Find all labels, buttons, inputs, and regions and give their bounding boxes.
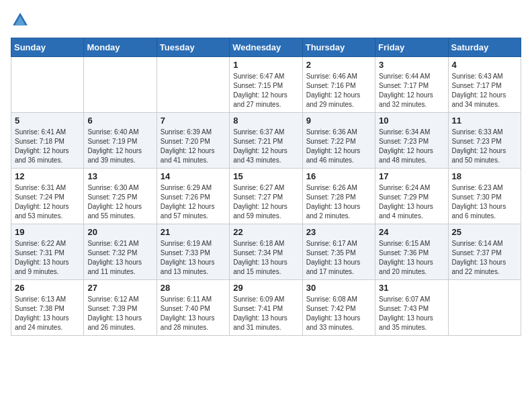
day-number: 14 bbox=[161, 171, 226, 181]
day-header-wednesday: Wednesday bbox=[230, 38, 302, 57]
day-header-monday: Monday bbox=[84, 38, 157, 57]
day-info: Sunrise: 6:07 AM Sunset: 7:43 PM Dayligh… bbox=[379, 295, 444, 332]
day-number: 16 bbox=[306, 171, 371, 181]
calendar-cell: 7Sunrise: 6:39 AM Sunset: 7:20 PM Daylig… bbox=[157, 113, 229, 169]
day-number: 23 bbox=[306, 227, 371, 237]
calendar-cell: 20Sunrise: 6:21 AM Sunset: 7:32 PM Dayli… bbox=[84, 224, 157, 280]
calendar-week-row: 12Sunrise: 6:31 AM Sunset: 7:24 PM Dayli… bbox=[11, 169, 521, 224]
day-number: 9 bbox=[306, 116, 371, 126]
day-info: Sunrise: 6:43 AM Sunset: 7:17 PM Dayligh… bbox=[452, 72, 517, 109]
day-number: 21 bbox=[161, 227, 226, 237]
calendar-cell: 18Sunrise: 6:23 AM Sunset: 7:30 PM Dayli… bbox=[448, 169, 521, 224]
day-info: Sunrise: 6:13 AM Sunset: 7:38 PM Dayligh… bbox=[15, 295, 80, 332]
day-number: 4 bbox=[452, 60, 517, 70]
calendar-cell: 15Sunrise: 6:27 AM Sunset: 7:27 PM Dayli… bbox=[230, 169, 302, 224]
calendar-cell: 13Sunrise: 6:30 AM Sunset: 7:25 PM Dayli… bbox=[84, 169, 157, 224]
day-number: 29 bbox=[233, 283, 298, 293]
calendar-cell: 17Sunrise: 6:24 AM Sunset: 7:29 PM Dayli… bbox=[375, 169, 448, 224]
day-info: Sunrise: 6:36 AM Sunset: 7:22 PM Dayligh… bbox=[306, 128, 371, 165]
page-header bbox=[11, 11, 521, 30]
day-number: 15 bbox=[233, 171, 298, 181]
day-info: Sunrise: 6:39 AM Sunset: 7:20 PM Dayligh… bbox=[161, 128, 226, 165]
day-number: 2 bbox=[306, 60, 371, 70]
calendar-cell: 16Sunrise: 6:26 AM Sunset: 7:28 PM Dayli… bbox=[302, 169, 375, 224]
day-info: Sunrise: 6:21 AM Sunset: 7:32 PM Dayligh… bbox=[87, 239, 152, 277]
calendar-cell: 30Sunrise: 6:08 AM Sunset: 7:42 PM Dayli… bbox=[302, 280, 375, 336]
calendar-cell bbox=[157, 57, 229, 113]
day-info: Sunrise: 6:34 AM Sunset: 7:23 PM Dayligh… bbox=[379, 128, 444, 165]
logo bbox=[11, 11, 32, 30]
calendar-cell bbox=[11, 57, 84, 113]
day-info: Sunrise: 6:08 AM Sunset: 7:42 PM Dayligh… bbox=[306, 295, 371, 332]
calendar-cell: 3Sunrise: 6:44 AM Sunset: 7:17 PM Daylig… bbox=[375, 57, 448, 113]
day-number: 30 bbox=[306, 283, 371, 293]
calendar-cell: 29Sunrise: 6:09 AM Sunset: 7:41 PM Dayli… bbox=[230, 280, 302, 336]
day-info: Sunrise: 6:26 AM Sunset: 7:28 PM Dayligh… bbox=[306, 183, 371, 221]
day-header-sunday: Sunday bbox=[11, 38, 84, 57]
day-header-friday: Friday bbox=[375, 38, 448, 57]
day-number: 6 bbox=[87, 116, 152, 126]
day-number: 3 bbox=[379, 60, 444, 70]
day-info: Sunrise: 6:17 AM Sunset: 7:35 PM Dayligh… bbox=[306, 239, 371, 277]
calendar-cell: 1Sunrise: 6:47 AM Sunset: 7:15 PM Daylig… bbox=[230, 57, 302, 113]
calendar-table: SundayMondayTuesdayWednesdayThursdayFrid… bbox=[11, 38, 521, 336]
calendar-cell: 19Sunrise: 6:22 AM Sunset: 7:31 PM Dayli… bbox=[11, 224, 84, 280]
day-header-tuesday: Tuesday bbox=[157, 38, 229, 57]
calendar-cell: 26Sunrise: 6:13 AM Sunset: 7:38 PM Dayli… bbox=[11, 280, 84, 336]
day-number: 12 bbox=[15, 171, 80, 181]
calendar-cell: 31Sunrise: 6:07 AM Sunset: 7:43 PM Dayli… bbox=[375, 280, 448, 336]
day-info: Sunrise: 6:11 AM Sunset: 7:40 PM Dayligh… bbox=[161, 295, 226, 332]
calendar-week-row: 26Sunrise: 6:13 AM Sunset: 7:38 PM Dayli… bbox=[11, 280, 521, 336]
calendar-cell: 6Sunrise: 6:40 AM Sunset: 7:19 PM Daylig… bbox=[84, 113, 157, 169]
calendar-week-row: 5Sunrise: 6:41 AM Sunset: 7:18 PM Daylig… bbox=[11, 113, 521, 169]
day-info: Sunrise: 6:31 AM Sunset: 7:24 PM Dayligh… bbox=[15, 183, 80, 221]
day-info: Sunrise: 6:14 AM Sunset: 7:37 PM Dayligh… bbox=[452, 239, 517, 277]
calendar-cell: 21Sunrise: 6:19 AM Sunset: 7:33 PM Dayli… bbox=[157, 224, 229, 280]
calendar-cell: 28Sunrise: 6:11 AM Sunset: 7:40 PM Dayli… bbox=[157, 280, 229, 336]
calendar-cell: 8Sunrise: 6:37 AM Sunset: 7:21 PM Daylig… bbox=[230, 113, 302, 169]
calendar-cell: 2Sunrise: 6:46 AM Sunset: 7:16 PM Daylig… bbox=[302, 57, 375, 113]
day-info: Sunrise: 6:15 AM Sunset: 7:36 PM Dayligh… bbox=[379, 239, 444, 277]
day-info: Sunrise: 6:12 AM Sunset: 7:39 PM Dayligh… bbox=[87, 295, 152, 332]
day-info: Sunrise: 6:40 AM Sunset: 7:19 PM Dayligh… bbox=[87, 128, 152, 165]
day-info: Sunrise: 6:30 AM Sunset: 7:25 PM Dayligh… bbox=[87, 183, 152, 221]
calendar-cell: 11Sunrise: 6:33 AM Sunset: 7:23 PM Dayli… bbox=[448, 113, 521, 169]
day-info: Sunrise: 6:33 AM Sunset: 7:23 PM Dayligh… bbox=[452, 128, 517, 165]
calendar-cell: 14Sunrise: 6:29 AM Sunset: 7:26 PM Dayli… bbox=[157, 169, 229, 224]
calendar-cell: 4Sunrise: 6:43 AM Sunset: 7:17 PM Daylig… bbox=[448, 57, 521, 113]
day-number: 1 bbox=[233, 60, 298, 70]
day-number: 5 bbox=[15, 116, 80, 126]
day-info: Sunrise: 6:19 AM Sunset: 7:33 PM Dayligh… bbox=[161, 239, 226, 277]
calendar-cell: 24Sunrise: 6:15 AM Sunset: 7:36 PM Dayli… bbox=[375, 224, 448, 280]
day-number: 25 bbox=[452, 227, 517, 237]
day-info: Sunrise: 6:24 AM Sunset: 7:29 PM Dayligh… bbox=[379, 183, 444, 221]
day-number: 31 bbox=[379, 283, 444, 293]
day-number: 17 bbox=[379, 171, 444, 181]
calendar-cell: 22Sunrise: 6:18 AM Sunset: 7:34 PM Dayli… bbox=[230, 224, 302, 280]
calendar-cell: 12Sunrise: 6:31 AM Sunset: 7:24 PM Dayli… bbox=[11, 169, 84, 224]
day-number: 13 bbox=[87, 171, 152, 181]
day-number: 8 bbox=[233, 116, 298, 126]
calendar-cell: 10Sunrise: 6:34 AM Sunset: 7:23 PM Dayli… bbox=[375, 113, 448, 169]
day-info: Sunrise: 6:27 AM Sunset: 7:27 PM Dayligh… bbox=[233, 183, 298, 221]
calendar-cell bbox=[448, 280, 521, 336]
calendar-cell: 27Sunrise: 6:12 AM Sunset: 7:39 PM Dayli… bbox=[84, 280, 157, 336]
day-number: 26 bbox=[15, 283, 80, 293]
day-number: 11 bbox=[452, 116, 517, 126]
day-info: Sunrise: 6:47 AM Sunset: 7:15 PM Dayligh… bbox=[233, 72, 298, 109]
calendar-cell: 25Sunrise: 6:14 AM Sunset: 7:37 PM Dayli… bbox=[448, 224, 521, 280]
day-number: 7 bbox=[161, 116, 226, 126]
day-header-thursday: Thursday bbox=[302, 38, 375, 57]
day-header-saturday: Saturday bbox=[448, 38, 521, 57]
day-number: 27 bbox=[87, 283, 152, 293]
day-number: 28 bbox=[161, 283, 226, 293]
calendar-cell: 5Sunrise: 6:41 AM Sunset: 7:18 PM Daylig… bbox=[11, 113, 84, 169]
day-number: 10 bbox=[379, 116, 444, 126]
calendar-header-row: SundayMondayTuesdayWednesdayThursdayFrid… bbox=[11, 38, 521, 57]
day-info: Sunrise: 6:09 AM Sunset: 7:41 PM Dayligh… bbox=[233, 295, 298, 332]
calendar-cell: 23Sunrise: 6:17 AM Sunset: 7:35 PM Dayli… bbox=[302, 224, 375, 280]
calendar-week-row: 1Sunrise: 6:47 AM Sunset: 7:15 PM Daylig… bbox=[11, 57, 521, 113]
day-number: 20 bbox=[87, 227, 152, 237]
day-info: Sunrise: 6:22 AM Sunset: 7:31 PM Dayligh… bbox=[15, 239, 80, 277]
day-info: Sunrise: 6:29 AM Sunset: 7:26 PM Dayligh… bbox=[161, 183, 226, 221]
